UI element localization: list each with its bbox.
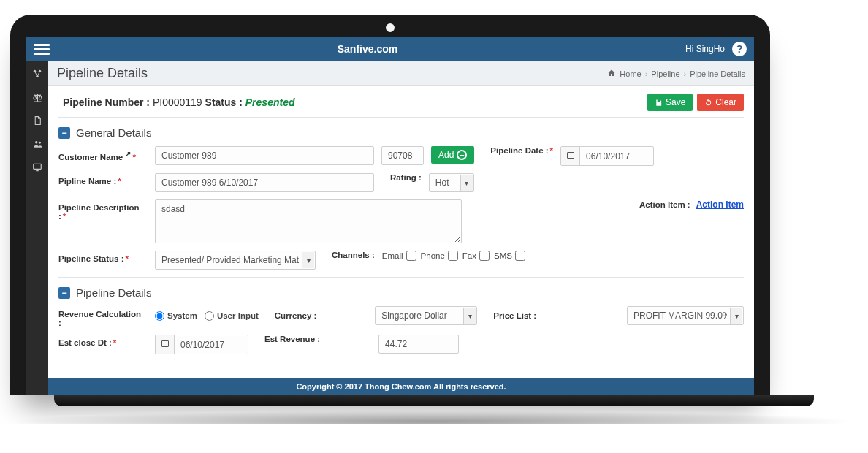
svg-point-4 bbox=[38, 142, 40, 144]
calendar-icon[interactable] bbox=[561, 147, 580, 165]
collapse-pipeline-icon[interactable]: − bbox=[58, 287, 70, 299]
svg-point-2 bbox=[36, 75, 39, 78]
revenue-calc-label: Revenue Calculation : bbox=[58, 306, 146, 327]
crumb-home[interactable]: Home bbox=[620, 69, 641, 78]
channel-phone[interactable]: Phone bbox=[421, 251, 458, 261]
customer-name-label: Customer Name ↗* bbox=[58, 146, 146, 161]
svg-rect-7 bbox=[161, 341, 168, 347]
calendar-icon[interactable] bbox=[156, 335, 175, 354]
revenue-system-radio[interactable]: System bbox=[155, 311, 197, 321]
balance-icon[interactable] bbox=[26, 91, 48, 104]
pipeline-status-heading: Pipeline Number : PI0000119 Status : Pre… bbox=[63, 96, 294, 108]
collapse-general-icon[interactable]: − bbox=[58, 127, 70, 139]
save-button[interactable]: Save bbox=[647, 94, 693, 111]
users-icon[interactable] bbox=[26, 137, 48, 151]
external-link-icon[interactable]: ↗ bbox=[125, 150, 131, 158]
crumb-sep: › bbox=[684, 69, 687, 78]
app-screen: Sanfive.com Hi SingHo ? bbox=[26, 37, 754, 395]
add-button[interactable]: Add + bbox=[431, 146, 474, 164]
monitor-icon[interactable] bbox=[26, 161, 48, 174]
section-general-title: General Details bbox=[76, 126, 151, 139]
pipeline-date-label: Pipeline Date :* bbox=[490, 146, 553, 155]
clear-button[interactable]: Clear bbox=[697, 94, 744, 111]
action-item-link[interactable]: Action Item bbox=[696, 199, 744, 210]
svg-point-1 bbox=[39, 70, 42, 73]
home-icon bbox=[607, 69, 616, 79]
divider bbox=[58, 277, 744, 278]
description-label: Pipeline Description :* bbox=[58, 199, 146, 221]
laptop-base bbox=[10, 395, 858, 424]
est-close-field[interactable] bbox=[155, 335, 248, 354]
breadcrumb: Home › Pipeline › Pipeline Details bbox=[607, 69, 745, 79]
price-list-select[interactable]: PROFIT MARGIN 99.0% bbox=[627, 306, 744, 325]
user-greeting: Hi SingHo bbox=[685, 44, 725, 54]
crumb-sep: › bbox=[645, 69, 648, 78]
pipeline-status-select[interactable]: Presented/ Provided Marketing Material bbox=[155, 251, 316, 270]
sidebar bbox=[26, 61, 48, 395]
rating-label: Rating : bbox=[390, 173, 422, 182]
crumb-details[interactable]: Pipeline Details bbox=[690, 69, 745, 78]
channels-label: Channels : bbox=[332, 251, 375, 259]
hamburger-icon[interactable] bbox=[34, 44, 50, 55]
action-item-label: Action Item : bbox=[639, 200, 690, 209]
channel-email[interactable]: Email bbox=[382, 251, 416, 261]
pipeline-date-field[interactable] bbox=[560, 146, 654, 166]
pipeline-status-label: Pipeline Status :* bbox=[58, 251, 146, 263]
svg-rect-6 bbox=[567, 153, 574, 159]
svg-rect-5 bbox=[34, 164, 42, 169]
rating-select[interactable]: Hot bbox=[429, 173, 474, 192]
customer-code-input[interactable] bbox=[381, 146, 424, 165]
customer-name-input[interactable] bbox=[155, 146, 374, 165]
footer: Copyright © 2017 Thong Chew.com All righ… bbox=[48, 378, 754, 395]
main-content: Pipeline Number : PI0000119 Status : Pre… bbox=[48, 86, 754, 378]
pipline-name-input[interactable] bbox=[155, 173, 374, 192]
help-icon[interactable]: ? bbox=[732, 42, 747, 56]
est-revenue-label: Est Revenue : bbox=[264, 335, 320, 343]
plus-icon: + bbox=[457, 150, 467, 160]
revenue-userinput-radio[interactable]: User Input bbox=[205, 311, 259, 321]
est-revenue-input[interactable] bbox=[378, 335, 459, 354]
est-close-label: Est close Dt :* bbox=[58, 335, 146, 347]
section-pipeline-title: Pipeline Details bbox=[76, 286, 151, 299]
camera-dot bbox=[386, 23, 395, 32]
crumb-pipeline[interactable]: Pipeline bbox=[651, 69, 679, 78]
channel-sms[interactable]: SMS bbox=[494, 251, 525, 261]
channel-fax[interactable]: Fax bbox=[462, 251, 490, 261]
svg-point-0 bbox=[34, 70, 37, 73]
page-title: Pipeline Details bbox=[57, 66, 148, 81]
brand-title: Sanfive.com bbox=[50, 43, 685, 55]
description-input[interactable]: sdasd bbox=[155, 199, 462, 243]
page-header: Pipeline Details Home › Pipeline › Pipel… bbox=[48, 61, 754, 86]
svg-point-3 bbox=[35, 141, 38, 144]
document-icon[interactable] bbox=[26, 114, 48, 127]
laptop-frame: Sanfive.com Hi SingHo ? bbox=[10, 15, 770, 395]
currency-label: Currency : bbox=[275, 311, 317, 320]
price-list-label: Price List : bbox=[493, 311, 536, 320]
topbar: Sanfive.com Hi SingHo ? bbox=[26, 37, 754, 61]
cluster-icon[interactable] bbox=[26, 67, 48, 80]
currency-select[interactable]: Singapore Dollar bbox=[375, 306, 477, 325]
pipline-name-label: Pipline Name :* bbox=[58, 173, 146, 186]
